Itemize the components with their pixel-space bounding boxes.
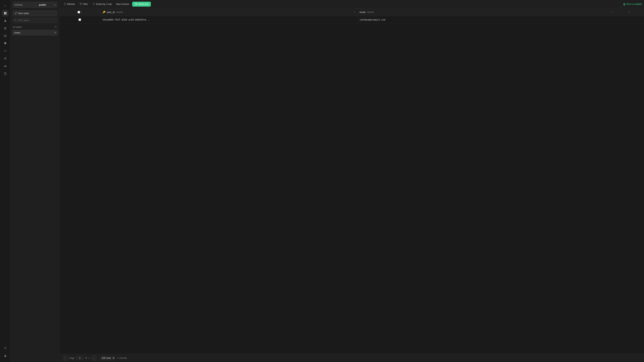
doc-icon[interactable] [2,70,9,77]
refresh-tables-icon[interactable] [54,26,57,29]
svg-rect-29 [135,4,137,4]
svg-point-11 [4,58,4,58]
main-content: Refresh Filter Sorted by 1 rule New Colu… [60,0,644,362]
next-page-button[interactable]: → [91,356,96,361]
table-icon[interactable] [2,10,9,16]
collapse-icon[interactable]: ▾ [81,11,82,13]
select-all-checkbox[interactable] [78,11,80,13]
key-icon: 🔑 [102,11,106,14]
svg-rect-1 [5,12,6,13]
refresh-button[interactable]: Refresh [62,2,77,6]
list-icon[interactable] [2,55,9,62]
filter-tables-input[interactable] [18,19,55,22]
svg-point-13 [4,59,4,59]
page-label: Page [69,357,74,359]
records-count: 1 records [118,357,127,359]
svg-rect-7 [4,29,6,30]
settings-icon[interactable] [2,345,9,352]
lock-icon [623,3,626,6]
svg-line-23 [16,20,16,21]
svg-point-9 [4,58,4,58]
svg-rect-3 [5,13,6,14]
page-of-label: of [85,357,87,359]
plus-icon [135,3,137,5]
table-row: 544ad866-f55f-4299-ac8d-66038fe4... john… [60,16,644,24]
svg-point-22 [15,20,16,21]
filter-tables-container [12,18,58,23]
add-column-button[interactable]: + [614,8,644,16]
rls-badge: RLS is enabled [623,3,642,6]
toolbar: Refresh Filter Sorted by 1 rule New Colu… [60,0,644,8]
terminal-icon[interactable] [2,32,9,39]
col-name-user-id: user_id [106,11,115,14]
page-number-input[interactable] [76,356,84,360]
data-table: ▾ 🔑 user_id varchar ▾ email [60,8,644,24]
schema-chevron-icon: ▾ [54,4,55,6]
cell-email[interactable]: johnDoe@example.com [357,16,614,24]
col-name-email: email [360,11,365,14]
col-sort-icon-user-id: ▾ [354,11,355,13]
new-table-label: New table [18,12,29,15]
page-total: 1 [88,357,90,359]
sorted-label: Sorted by 1 rule [96,3,112,6]
sidebar-table-users[interactable]: Users ▾ [12,30,58,36]
database-icon[interactable] [2,40,9,47]
schema-label: schema [14,4,22,6]
users-icon[interactable] [2,17,9,24]
sort-icon [92,3,95,5]
all-tables-header: All tables [10,24,59,30]
svg-rect-18 [5,73,6,74]
svg-rect-19 [5,74,6,74]
all-tables-label: All tables [13,26,22,28]
filter-icon [80,3,82,5]
table-name-users: Users [14,31,20,34]
prev-page-button[interactable]: ← [62,356,68,361]
inbox-icon[interactable] [2,25,9,32]
new-column-button[interactable]: New Column [114,2,131,6]
svg-rect-17 [6,66,6,67]
cell-email-value: johnDoe@example.com [360,18,385,21]
svg-point-4 [5,20,6,21]
rows-per-page-selector[interactable]: 100 rows 50 rows 25 rows [100,356,115,360]
svg-rect-0 [4,12,5,13]
chart-icon[interactable] [2,62,9,69]
svg-rect-14 [5,59,6,59]
col-type-email: varchar [367,11,374,13]
code-icon[interactable] [2,48,9,54]
row-checkbox-cell [60,16,100,24]
svg-rect-12 [5,58,6,58]
svg-point-31 [624,4,624,5]
filter-label: Filter [83,3,88,6]
column-header-user-id[interactable]: 🔑 user_id varchar ▾ [100,8,357,16]
cell-user-id-value: 544ad866-f55f-4299-ac8d-66038fe4... [102,18,150,21]
table-expand-icon: ▾ [54,31,56,34]
sidebar: schema public ▾ New table All tables Use… [10,0,60,362]
new-table-button[interactable]: New table [12,10,58,16]
rls-label: RLS is enabled [626,3,642,6]
sort-button[interactable]: Sorted by 1 rule [90,2,114,6]
svg-point-21 [5,355,6,356]
pagination-footer: ← Page of 1 → 100 rows 50 rows 25 rows 1… [60,354,644,362]
refresh-label: Refresh [67,3,75,6]
svg-rect-15 [4,66,4,67]
filter-button[interactable]: Filter [78,2,90,6]
column-header-email[interactable]: email varchar ▾ [357,8,614,16]
table-container: ▾ 🔑 user_id varchar ▾ email [60,8,644,354]
column-header-checkbox: ▾ [60,8,100,16]
cell-user-id[interactable]: 544ad866-f55f-4299-ac8d-66038fe4... [100,16,357,24]
refresh-icon [64,3,66,5]
insert-row-button[interactable]: Insert row [132,2,151,6]
schema-selector[interactable]: schema public ▾ [12,2,58,8]
edit-icon [14,12,17,14]
svg-point-20 [5,348,6,348]
search-icon [14,19,16,22]
home-icon[interactable]: ⌂ [2,2,9,9]
svg-rect-6 [4,28,6,28]
col-type-user-id: varchar [116,11,123,13]
svg-rect-2 [4,13,5,14]
svg-marker-24 [80,3,82,5]
row-checkbox[interactable] [78,18,81,21]
cell-extra [614,16,644,24]
user-profile-icon[interactable] [2,352,9,359]
schema-name: public [39,4,46,6]
